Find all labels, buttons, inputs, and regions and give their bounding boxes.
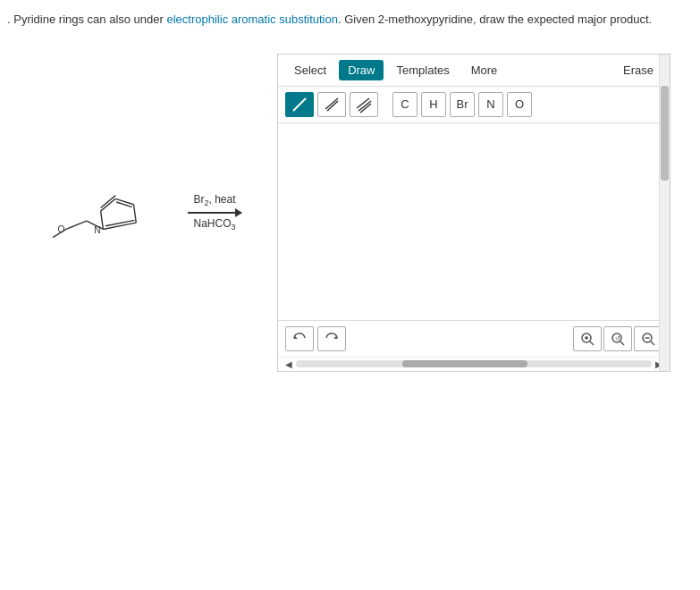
reagent-bottom: NaHCO3 (193, 217, 235, 232)
svg-line-0 (66, 221, 87, 229)
draw-button[interactable]: Draw (339, 60, 384, 80)
triple-bond-button[interactable] (350, 92, 378, 117)
molecule-area: O N (18, 54, 268, 372)
question-text-content: . Pyridine rings can also under electrop… (7, 13, 652, 26)
carbon-button[interactable]: C (392, 92, 417, 117)
draw-canvas[interactable] (278, 123, 670, 320)
scroll-thumb (402, 360, 527, 367)
svg-marker-19 (294, 335, 298, 339)
v-scroll-thumb (661, 86, 669, 181)
oxygen-button[interactable]: O (507, 92, 532, 117)
draw-panel: Select Draw Templates More Erase (277, 54, 670, 372)
zoom-in-button[interactable] (573, 326, 602, 351)
svg-line-11 (101, 195, 116, 207)
bond-toolbar: C H Br N O (278, 87, 670, 123)
redo-icon (324, 331, 340, 347)
redo-button[interactable] (317, 326, 346, 351)
main-area: O N (0, 45, 700, 372)
undo-icon (291, 331, 308, 347)
svg-text:↺: ↺ (615, 335, 620, 341)
zoom-group: ↺ (573, 326, 662, 351)
bottom-toolbar: ↺ (278, 320, 670, 357)
reagent-top: Br2, heat (193, 193, 235, 207)
molecule-structure: O N (36, 159, 179, 266)
undo-button[interactable] (285, 326, 314, 351)
triple-bond-icon (355, 96, 373, 114)
question-text: . Pyridine rings can also under electrop… (0, 0, 700, 36)
templates-button[interactable]: Templates (387, 60, 458, 80)
zoom-reset-icon: ↺ (610, 331, 626, 347)
hydrogen-button[interactable]: H (421, 92, 446, 117)
reaction-conditions: Br2, heat NaHCO3 (188, 193, 241, 232)
svg-line-4 (101, 198, 116, 211)
erase-button[interactable]: Erase (614, 60, 662, 80)
horizontal-scrollbar: ◀ ▶ (278, 357, 670, 371)
svg-line-13 (293, 98, 306, 111)
select-button[interactable]: Select (285, 60, 335, 80)
reaction-arrow (188, 212, 241, 214)
svg-marker-20 (333, 335, 337, 339)
reaction-container: O N (36, 159, 241, 266)
zoom-reset-button[interactable]: ↺ (603, 326, 632, 351)
zoom-out-icon (640, 331, 656, 347)
bromine-button[interactable]: Br (450, 92, 475, 117)
scroll-track[interactable] (296, 360, 652, 367)
svg-line-29 (651, 341, 654, 345)
svg-line-5 (115, 198, 133, 204)
vertical-scrollbar[interactable] (659, 55, 670, 371)
svg-line-3 (101, 211, 104, 229)
svg-line-9 (105, 220, 134, 225)
zoom-in-icon (579, 331, 595, 347)
nitrogen-button[interactable]: N (478, 92, 503, 117)
single-bond-icon (291, 96, 308, 114)
double-bond-icon (323, 96, 341, 114)
scroll-left-arrow[interactable]: ◀ (285, 359, 292, 369)
svg-line-22 (590, 341, 594, 345)
top-toolbar: Select Draw Templates More Erase (278, 55, 670, 87)
highlight-text: electrophilic aromatic substitution (166, 13, 337, 26)
more-button[interactable]: More (462, 60, 507, 80)
single-bond-button[interactable] (285, 92, 314, 117)
svg-line-26 (620, 341, 624, 345)
double-bond-button[interactable] (317, 92, 346, 117)
svg-text:N: N (94, 225, 100, 235)
